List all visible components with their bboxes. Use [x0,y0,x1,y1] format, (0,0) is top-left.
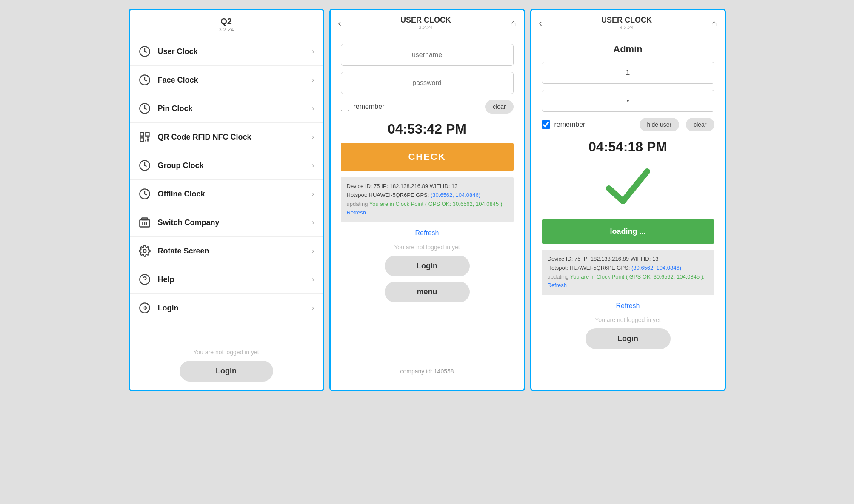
remember-row-3: remember hide user clear [542,118,714,131]
chevron-icon: › [312,105,314,112]
switch-company-icon [138,216,151,229]
clock-header-3: ‹ USER CLOCK 3.2.24 ⌂ [531,10,725,35]
svg-rect-14 [142,218,148,220]
sidebar-item-login[interactable]: Login › [130,294,323,322]
login-icon [138,302,151,314]
clock-header: ‹ USER CLOCK 3.2.24 ⌂ [331,10,524,35]
sidebar-item-group-clock[interactable]: Group Clock › [130,151,323,180]
admin-name: Admin [542,44,714,55]
device-id-value-3: 75 [574,256,580,262]
remember-checkbox-3[interactable] [542,120,550,129]
menu-label-qr-clock: QR Code RFID NFC Clock [158,133,312,142]
refresh-link-3[interactable]: Refresh [542,302,714,310]
remember-label-3: remember [554,121,635,128]
menu-button[interactable]: menu [385,282,470,302]
updating-text-3: updating [548,273,569,280]
device-id-value: 75 [374,183,380,189]
login-button[interactable]: Login [385,256,470,276]
sidebar-item-switch-company[interactable]: Switch Company › [130,208,323,237]
refresh-inline-link-3[interactable]: Refresh [548,282,567,288]
device-info-box: Device ID: 75 IP: 182.138.216.89 WIFI ID… [341,177,514,222]
header-center-3: USER CLOCK 3.2.24 [601,16,652,31]
password-display: • [542,90,714,112]
device-id-label-3: Device ID: [548,256,575,262]
clock-body-3: Admin 1 • remember hide user clear 04:54… [531,35,725,390]
time-display: 04:53:42 PM [341,121,514,137]
screen-version: 3.2.24 [400,25,451,31]
clear-button-3[interactable]: clear [686,118,714,131]
menu-header: Q2 3.2.24 [130,10,323,37]
sidebar-item-help[interactable]: Help › [130,265,323,294]
device-info-box-3: Device ID: 75 IP: 182.138.216.89 WIFI ID… [542,250,714,295]
login-button-3[interactable]: Login [586,328,671,349]
wifi-label: WIFI ID: [430,183,451,189]
username-input[interactable] [341,44,514,66]
remember-label: remember [354,103,481,111]
wifi-value-3: 13 [652,256,658,262]
chevron-icon: › [312,76,314,84]
face-clock-icon [138,74,151,86]
app-version: 3.2.24 [134,26,319,33]
not-logged-msg: You are not logged in yet [341,244,514,251]
refresh-inline-link[interactable]: Refresh [347,209,366,216]
device-id-label: Device ID: [347,183,374,189]
qr-icon [138,131,151,143]
remember-checkbox[interactable] [341,103,349,111]
time-display-3: 04:54:18 PM [542,139,714,155]
not-logged-msg-3: You are not logged in yet [542,316,714,323]
check-button[interactable]: CHECK [341,143,514,171]
updating-text: updating [347,201,368,207]
menu-label-switch-company: Switch Company [158,218,312,227]
back-button[interactable]: ‹ [338,18,341,29]
menu-label-group-clock: Group Clock [158,161,312,170]
menu-label-user-clock: User Clock [158,47,312,56]
password-input[interactable] [341,72,514,94]
hide-user-button[interactable]: hide user [640,118,680,131]
back-button-3[interactable]: ‹ [539,18,542,29]
menu-footer: You are not logged in yet Login [130,340,323,390]
svg-rect-5 [140,138,143,141]
clock-icon [138,45,151,58]
screen-version-3: 3.2.24 [601,25,652,31]
svg-rect-3 [140,133,143,136]
gps-value: (30.6562, 104.0846) [431,192,480,198]
app-title: Q2 [134,17,319,26]
sidebar-item-pin-clock[interactable]: Pin Clock › [130,94,323,123]
gear-icon [138,245,151,257]
panel-user-clock-loggedin: ‹ USER CLOCK 3.2.24 ⌂ Admin 1 • remember… [530,9,726,391]
sidebar-item-qr-clock[interactable]: QR Code RFID NFC Clock › [130,123,323,151]
login-button[interactable]: Login [180,361,273,382]
menu-label-help: Help [158,275,312,284]
clock-body: remember clear 04:53:42 PM CHECK Device … [331,35,524,390]
chevron-icon: › [312,247,314,255]
gps-label: GPS: [416,192,431,198]
not-logged-text: You are not logged in yet [138,349,314,356]
sidebar-item-rotate-screen[interactable]: Rotate Screen › [130,237,323,265]
chevron-icon: › [312,219,314,226]
header-center: USER CLOCK 3.2.24 [400,16,451,31]
menu-label-pin-clock: Pin Clock [158,104,312,113]
svg-rect-4 [146,133,149,136]
hotspot-label: Hotspot: [347,192,369,198]
home-button[interactable]: ⌂ [510,18,516,29]
wifi-value: 13 [451,183,457,189]
svg-point-18 [143,250,146,253]
screen-title-3: USER CLOCK [601,16,652,25]
sidebar-item-offline-clock[interactable]: Offline Clock › [130,180,323,208]
company-id: company id: 140558 [341,361,514,382]
user-id-display: 1 [542,62,714,84]
refresh-link[interactable]: Refresh [341,229,514,237]
clock-point-text-3: You are in Clock Point ( GPS OK: 30.6562… [570,273,705,280]
ip-label: IP: [381,183,390,189]
help-icon [138,273,151,286]
loading-button[interactable]: loading ... [542,219,714,244]
sidebar-item-user-clock[interactable]: User Clock › [130,37,323,66]
home-button-3[interactable]: ⌂ [711,18,717,29]
ip-label-3: IP: [582,256,591,262]
offline-clock-icon [138,188,151,200]
ip-value: 182.138.216.89 [390,183,428,189]
panel-menu: Q2 3.2.24 User Clock › Face Clock › [129,9,324,391]
sidebar-item-face-clock[interactable]: Face Clock › [130,66,323,94]
clear-button[interactable]: clear [485,100,513,114]
checkmark-icon [603,161,654,212]
